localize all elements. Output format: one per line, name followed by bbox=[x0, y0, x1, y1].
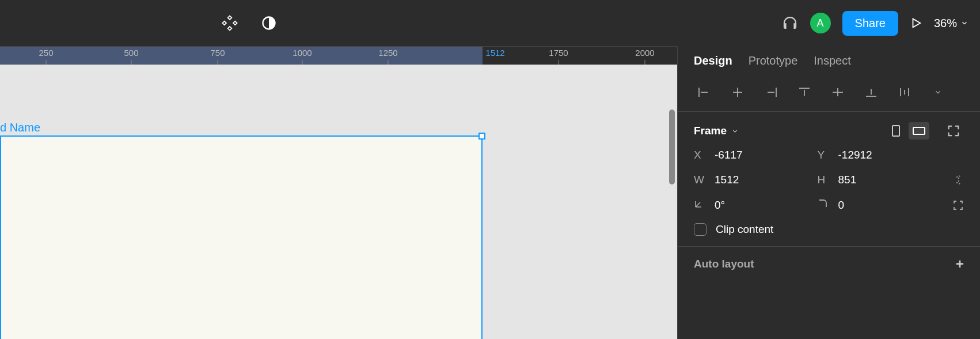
avatar-initial: A bbox=[817, 17, 824, 29]
clip-content-checkbox[interactable] bbox=[694, 223, 706, 236]
prop-y-value: -12912 bbox=[838, 149, 872, 161]
align-right-icon[interactable] bbox=[761, 84, 781, 101]
resize-handle-ne[interactable] bbox=[478, 133, 485, 140]
alignment-row bbox=[678, 77, 980, 112]
angle-icon bbox=[694, 198, 706, 212]
more-align-icon[interactable] bbox=[928, 84, 948, 101]
auto-layout-label: Auto layout bbox=[694, 258, 754, 270]
independent-corners-icon[interactable] bbox=[941, 199, 964, 211]
svg-rect-20 bbox=[892, 126, 899, 136]
selected-frame[interactable] bbox=[0, 135, 483, 339]
svg-rect-2 bbox=[222, 21, 226, 25]
top-toolbar: A Share 36% bbox=[0, 0, 980, 46]
headphones-icon[interactable] bbox=[781, 14, 799, 32]
toolbar-right-group: A Share 36% bbox=[781, 11, 968, 36]
panel-tabs: Design Prototype Inspect bbox=[678, 46, 980, 77]
align-top-icon[interactable] bbox=[794, 84, 815, 101]
canvas-area[interactable]: 250 500 750 1000 1250 1512 1750 2000 d N… bbox=[0, 46, 677, 339]
prop-rotation[interactable]: 0° bbox=[694, 198, 818, 212]
frame-dropdown[interactable]: Frame bbox=[694, 125, 739, 137]
tab-prototype[interactable]: Prototype bbox=[749, 54, 798, 67]
prop-radius-value: 0 bbox=[838, 199, 845, 212]
ruler-tick: 1250 bbox=[378, 48, 397, 58]
toolbar-tool-icons bbox=[222, 15, 277, 31]
chevron-down-icon bbox=[960, 19, 968, 27]
property-grid: X -6117 Y -12912 W 1512 H 851 bbox=[694, 149, 964, 212]
ruler-tick: 1000 bbox=[293, 48, 312, 58]
svg-rect-1 bbox=[228, 27, 232, 31]
prop-h-value: 851 bbox=[838, 174, 857, 186]
prop-radius[interactable]: 0 bbox=[818, 198, 941, 212]
ruler-tick: 2000 bbox=[635, 48, 654, 58]
prop-y-label: Y bbox=[818, 149, 830, 161]
distribute-icon[interactable] bbox=[894, 84, 915, 101]
components-icon[interactable] bbox=[222, 15, 238, 31]
tab-design[interactable]: Design bbox=[694, 54, 732, 67]
frame-label[interactable]: d Name bbox=[0, 121, 40, 134]
ruler-tick: 250 bbox=[39, 48, 53, 58]
horizontal-ruler: 250 500 750 1000 1250 1512 1750 2000 bbox=[0, 46, 677, 65]
svg-rect-3 bbox=[233, 21, 237, 25]
right-panel: Design Prototype Inspect Frame bbox=[677, 46, 980, 339]
align-v-center-icon[interactable] bbox=[827, 84, 848, 101]
present-icon[interactable] bbox=[910, 17, 922, 29]
prop-x-value: -6117 bbox=[715, 149, 743, 161]
zoom-dropdown[interactable]: 36% bbox=[934, 17, 968, 30]
align-h-center-icon[interactable] bbox=[727, 84, 748, 101]
svg-rect-0 bbox=[228, 16, 232, 20]
landscape-icon[interactable] bbox=[909, 122, 929, 140]
prop-y[interactable]: Y -12912 bbox=[818, 149, 941, 161]
ruler-tick-highlight: 1512 bbox=[485, 48, 504, 58]
ruler-selection-fill bbox=[0, 47, 483, 65]
orientation-group bbox=[886, 122, 964, 140]
add-auto-layout-icon[interactable]: + bbox=[956, 257, 964, 271]
prop-rotation-value: 0° bbox=[715, 199, 725, 212]
frame-section-header: Frame bbox=[694, 122, 964, 140]
avatar[interactable]: A bbox=[810, 13, 831, 33]
tab-inspect[interactable]: Inspect bbox=[814, 54, 850, 67]
chevron-down-icon bbox=[731, 127, 739, 135]
portrait-icon[interactable] bbox=[886, 122, 906, 140]
align-left-icon[interactable] bbox=[694, 84, 715, 101]
corner-radius-icon bbox=[818, 198, 830, 212]
share-button[interactable]: Share bbox=[842, 11, 898, 36]
resize-to-fit-icon[interactable] bbox=[943, 122, 964, 140]
prop-h[interactable]: H 851 bbox=[818, 174, 941, 186]
ruler-tick: 750 bbox=[210, 48, 225, 58]
clip-content-label: Clip content bbox=[716, 223, 773, 236]
clip-content-row[interactable]: Clip content bbox=[694, 223, 964, 236]
frame-section: Frame X -6117 Y -12912 bbox=[678, 112, 980, 247]
frame-title: Frame bbox=[694, 125, 727, 137]
prop-w-value: 1512 bbox=[715, 174, 739, 186]
workspace: 250 500 750 1000 1250 1512 1750 2000 d N… bbox=[0, 46, 980, 339]
ruler-tick: 500 bbox=[124, 48, 138, 58]
prop-h-label: H bbox=[818, 174, 830, 186]
prop-x[interactable]: X -6117 bbox=[694, 149, 818, 161]
prop-w[interactable]: W 1512 bbox=[694, 174, 818, 186]
ruler-tick: 1750 bbox=[549, 48, 568, 58]
prop-w-label: W bbox=[694, 174, 706, 186]
svg-rect-21 bbox=[913, 127, 925, 134]
align-bottom-icon[interactable] bbox=[861, 84, 882, 101]
prop-x-label: X bbox=[694, 149, 706, 161]
auto-layout-section: Auto layout + bbox=[678, 247, 980, 271]
vertical-scrollbar[interactable] bbox=[669, 110, 675, 184]
constrain-proportions-icon[interactable] bbox=[941, 173, 964, 187]
mask-icon[interactable] bbox=[261, 15, 277, 31]
zoom-value: 36% bbox=[934, 17, 957, 30]
